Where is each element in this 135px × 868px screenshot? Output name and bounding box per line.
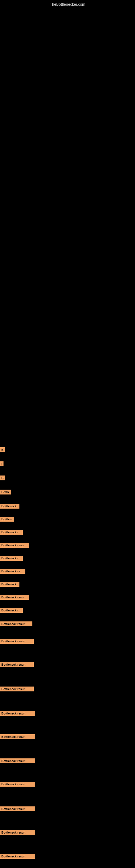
bottleneck-item: B: [0, 447, 5, 452]
bottleneck-label: Bottleneck result: [0, 830, 35, 835]
bottleneck-item: Bottleneck r: [0, 608, 23, 613]
bottleneck-item: Bottleneck r: [0, 556, 23, 561]
bottleneck-label: Bottleneck result: [0, 758, 35, 763]
bottleneck-item: |: [0, 461, 3, 466]
bottleneck-label: |: [0, 461, 3, 466]
bottleneck-label: Bottleneck r: [0, 556, 23, 561]
bottleneck-item: Bottleneck result: [0, 621, 32, 626]
bottleneck-item: Bottleneck result: [0, 686, 34, 691]
bottleneck-item: Bottleneck resu: [0, 542, 29, 548]
bottleneck-label: Bottleneck result: [0, 782, 35, 786]
bottleneck-label: B: [0, 447, 5, 452]
bottleneck-label: Bottleneck result: [0, 686, 34, 691]
bottleneck-item: B: [0, 475, 5, 480]
bottleneck-item: Bottleneck: [0, 582, 19, 587]
bottleneck-item: Bottleneck resu: [0, 595, 29, 600]
bottleneck-item: Bottleneck result: [0, 662, 34, 667]
bottleneck-item: Bottle: [0, 489, 11, 495]
bottleneck-item: Bottleneck result: [0, 639, 34, 644]
bottleneck-label: Bottleneck r: [0, 608, 23, 613]
bottleneck-label: Bottleneck result: [0, 711, 35, 716]
bottleneck-item: Bottleneck result: [0, 734, 35, 739]
bottleneck-item: Bottleneck: [0, 503, 19, 508]
bottleneck-label: Bottleneck: [0, 504, 19, 508]
bottleneck-label: Bottleneck result: [0, 854, 35, 859]
bottleneck-label: Bottleneck result: [0, 734, 35, 739]
bottleneck-label: Bottleneck result: [0, 621, 32, 626]
bottleneck-label: Bottleneck resu: [0, 595, 29, 600]
bottleneck-item: Bottlen: [0, 517, 14, 522]
bottleneck-item: Bottleneck r: [0, 529, 23, 535]
bottleneck-item: Bottleneck result: [0, 781, 35, 786]
bottleneck-item: Bottleneck result: [0, 854, 35, 859]
bottleneck-label: Bottleneck result: [0, 806, 35, 811]
bottleneck-label: Bottlen: [0, 517, 14, 522]
bottleneck-label: Bottleneck resu: [0, 543, 29, 548]
bottleneck-label: Bottleneck: [0, 582, 19, 587]
bottleneck-item: Bottleneck result: [0, 830, 35, 835]
bottleneck-item: Bottleneck result: [0, 711, 35, 716]
bottleneck-item: Bottleneck result: [0, 758, 35, 763]
bottleneck-label: B: [0, 475, 5, 480]
bottleneck-label: Bottleneck re: [0, 569, 26, 574]
bottleneck-label: Bottleneck r: [0, 530, 23, 535]
bottleneck-label: Bottleneck result: [0, 639, 34, 644]
site-title: TheBottlenecker.com: [50, 2, 85, 6]
bottleneck-label: Bottleneck result: [0, 662, 34, 667]
bottleneck-item: Bottleneck result: [0, 806, 35, 811]
bottleneck-item: Bottleneck re: [0, 568, 26, 574]
bottleneck-label: Bottle: [0, 490, 11, 495]
